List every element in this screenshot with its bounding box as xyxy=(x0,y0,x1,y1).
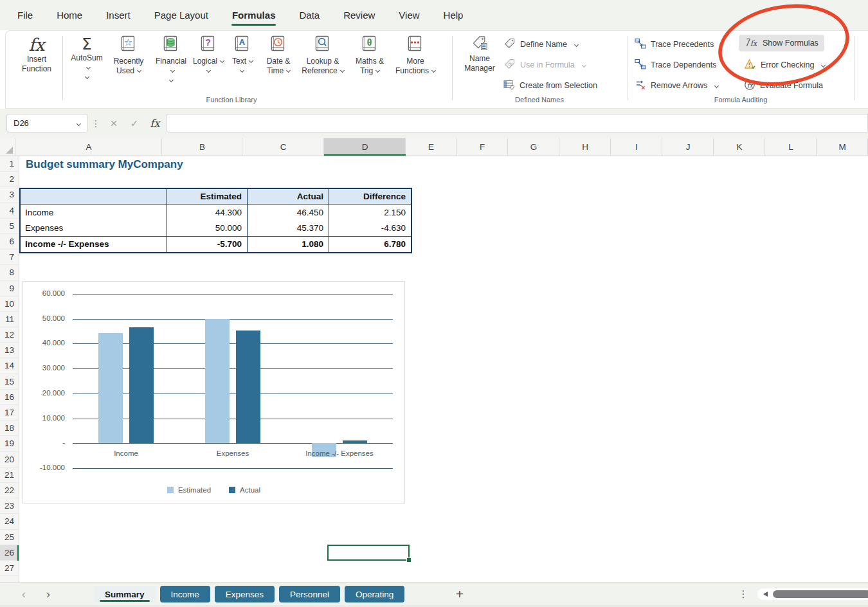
row-header-14[interactable]: 14 xyxy=(0,358,19,374)
column-header-m[interactable]: M xyxy=(817,138,868,156)
row-header-17[interactable]: 17 xyxy=(0,405,19,421)
sheet-grid[interactable]: Budget summary MyCompany EstimatedActual… xyxy=(19,156,868,582)
row-header-2[interactable]: 2 xyxy=(0,172,19,187)
lookup-reference-button[interactable]: Lookup &Reference xyxy=(298,35,347,96)
enter-check-icon[interactable]: ✓ xyxy=(125,114,144,132)
row-header-23[interactable]: 23 xyxy=(0,498,19,514)
insert-function-button[interactable]: fxInsertFunction xyxy=(16,35,57,96)
table-row-expenses: Expenses50.00045.370-4.630 xyxy=(21,221,411,236)
row-header-24[interactable]: 24 xyxy=(0,514,19,529)
scroll-left-icon[interactable] xyxy=(763,592,768,597)
next-sheet-icon[interactable]: › xyxy=(41,583,55,606)
row-header-4[interactable]: 4 xyxy=(0,203,19,219)
column-header-e[interactable]: E xyxy=(406,138,457,156)
sheet-tab-expenses[interactable]: Expenses xyxy=(215,586,275,602)
column-header-a[interactable]: A xyxy=(15,138,162,156)
row-header-19[interactable]: 19 xyxy=(0,436,19,451)
row-header-7[interactable]: 7 xyxy=(0,249,19,265)
row-header-8[interactable]: 8 xyxy=(0,265,19,280)
column-header-j[interactable]: J xyxy=(662,138,714,156)
row-header-1[interactable]: 1 xyxy=(0,156,19,172)
text-button[interactable]: AText xyxy=(228,35,257,96)
column-header-c[interactable]: C xyxy=(242,138,324,156)
show-formulas-button[interactable]: fxShow Formulas xyxy=(739,35,824,51)
financial-button[interactable]: Financial xyxy=(152,35,190,96)
financial-label: Financial xyxy=(152,57,190,86)
sigma-icon: Σ xyxy=(82,35,92,53)
prev-sheet-icon[interactable]: ‹ xyxy=(17,583,31,606)
chevron-down-icon xyxy=(168,78,173,82)
row-header-9[interactable]: 9 xyxy=(0,281,19,296)
row-header-11[interactable]: 11 xyxy=(0,312,19,327)
logical-button[interactable]: ?Logical xyxy=(190,35,227,96)
more-functions-button[interactable]: MoreFunctions xyxy=(392,35,439,96)
menu-tab-review[interactable]: Review xyxy=(343,10,375,21)
maths-trig-button[interactable]: θMaths &Trig xyxy=(348,35,392,96)
tab-overflow-dots-icon[interactable]: ⋮ xyxy=(738,583,748,606)
column-header-h[interactable]: H xyxy=(559,138,611,156)
row-header-18[interactable]: 18 xyxy=(0,421,19,436)
evaluate-formula-label: Evaluate Formula xyxy=(760,81,823,90)
row-header-20[interactable]: 20 xyxy=(0,452,19,467)
column-header-g[interactable]: G xyxy=(508,138,559,156)
legend-item-actual: Actual xyxy=(229,486,260,494)
menu-tab-data[interactable]: Data xyxy=(299,10,320,21)
menu-tab-file[interactable]: File xyxy=(17,10,33,21)
menu-tab-insert[interactable]: Insert xyxy=(106,10,131,21)
insert-function-icon[interactable]: fx xyxy=(145,114,165,132)
legend-swatch xyxy=(167,487,174,493)
row-header-6[interactable]: 6 xyxy=(0,234,19,249)
column-header-k[interactable]: K xyxy=(714,138,765,156)
menu-tab-home[interactable]: Home xyxy=(57,10,82,21)
selected-cell-d26[interactable] xyxy=(327,545,410,561)
select-all-corner[interactable] xyxy=(0,138,15,156)
sheet-tab-personnel[interactable]: Personnel xyxy=(279,586,340,602)
chart-ytick-label: -10.000 xyxy=(23,464,65,471)
row-header-21[interactable]: 21 xyxy=(0,467,19,483)
row-header-15[interactable]: 15 xyxy=(0,374,19,390)
define-name-button[interactable]: Define Name xyxy=(503,36,578,53)
row-header-22[interactable]: 22 xyxy=(0,483,19,498)
name-manager-button[interactable]: NameManager xyxy=(459,35,500,96)
row-header-5[interactable]: 5 xyxy=(0,219,19,234)
sheet-tab-operating[interactable]: Operating xyxy=(345,586,404,602)
row-header-26[interactable]: 26 xyxy=(0,545,19,561)
column-header-i[interactable]: I xyxy=(611,138,662,156)
formula-bar-dots-icon[interactable]: ⋮ xyxy=(91,114,100,132)
row-header-25[interactable]: 25 xyxy=(0,530,19,545)
column-header-f[interactable]: F xyxy=(457,138,508,156)
remove-arrows-button[interactable]: ×Remove Arrows xyxy=(635,77,718,94)
row-header-16[interactable]: 16 xyxy=(0,390,19,405)
menu-tab-view[interactable]: View xyxy=(399,10,419,21)
cancel-icon[interactable]: × xyxy=(104,114,123,132)
recently-used-button[interactable]: ☆RecentlyUsed xyxy=(106,35,151,96)
name-box[interactable]: D26 xyxy=(6,114,88,132)
add-sheet-button[interactable]: + xyxy=(450,583,469,606)
watch-window-button[interactable]: WatchWindow xyxy=(857,35,868,96)
column-header-d[interactable]: D xyxy=(324,138,406,156)
autosum-button[interactable]: ΣAutoSum xyxy=(68,35,105,96)
trace-dependents-button[interactable]: Trace Dependents xyxy=(635,57,716,73)
scrollbar-thumb[interactable] xyxy=(773,590,868,598)
row-header-13[interactable]: 13 xyxy=(0,343,19,358)
date-time-button[interactable]: Date &Time xyxy=(259,35,298,96)
menu-tab-page-layout[interactable]: Page Layout xyxy=(154,10,208,21)
row-header-3[interactable]: 3 xyxy=(0,187,19,203)
column-header-b[interactable]: B xyxy=(162,138,242,156)
sheet-tab-income[interactable]: Income xyxy=(160,586,210,602)
menu-tab-help[interactable]: Help xyxy=(444,10,464,21)
row-header-27[interactable]: 27 xyxy=(0,561,19,576)
formula-input[interactable] xyxy=(166,114,868,132)
error-checking-button[interactable]: Error Checking xyxy=(744,57,825,73)
autosum-label: AutoSum xyxy=(68,53,105,82)
evaluate-formula-button[interactable]: fxEvaluate Formula xyxy=(744,77,823,94)
row-header-12[interactable]: 12 xyxy=(0,327,19,343)
trace-precedents-button[interactable]: Trace Precedents xyxy=(635,36,714,53)
sheet-tab-summary[interactable]: Summary xyxy=(94,586,156,602)
horizontal-scrollbar[interactable] xyxy=(757,588,868,600)
create-from-selection-button[interactable]: Create from Selection xyxy=(503,77,597,94)
chart[interactable]: 60.00050.00040.00030.00020.00010.000--10… xyxy=(23,281,405,503)
column-header-l[interactable]: L xyxy=(765,138,817,156)
menu-tab-formulas[interactable]: Formulas xyxy=(232,10,276,21)
row-header-10[interactable]: 10 xyxy=(0,296,19,312)
